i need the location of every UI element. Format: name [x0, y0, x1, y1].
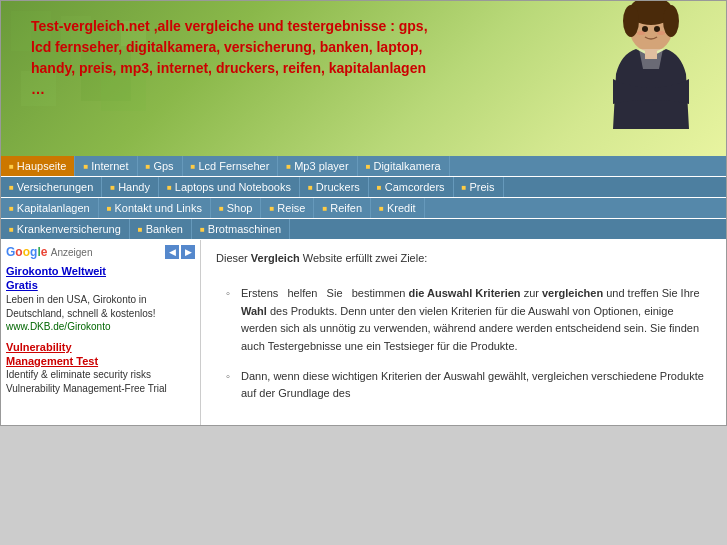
nav-shop[interactable]: ■ Shop: [211, 198, 262, 218]
nav-bullet-20: ■: [138, 225, 143, 234]
nav-bullet-16: ■: [269, 204, 274, 213]
nav-bullet-15: ■: [219, 204, 224, 213]
nav-bullet-13: ■: [9, 204, 14, 213]
sidebar: Google Anzeigen ◀ ▶ Girokonto WeltweitGr…: [1, 240, 201, 425]
header-banner: Test-vergleich.net ,alle vergleiche und …: [1, 1, 726, 156]
bullet-item-1: Erstens helfen Sie bestimmen die Auswahl…: [226, 285, 711, 355]
ad-2-desc: Identify & eliminate security risks Vuln…: [6, 368, 195, 396]
bullet-item-2: Dann, wenn diese wichtigen Kriterien der…: [226, 368, 711, 403]
nav-camcorders[interactable]: ■ Camcorders: [369, 177, 454, 197]
nav-bullet-21: ■: [200, 225, 205, 234]
page-wrapper: Test-vergleich.net ,alle vergleiche und …: [0, 0, 727, 426]
nav-laptops[interactable]: ■ Laptops und Notebooks: [159, 177, 300, 197]
nav-haupseite[interactable]: ■ Haupseite: [1, 156, 75, 176]
nav-bullet-11: ■: [377, 183, 382, 192]
nav-bullet-1: ■: [9, 162, 14, 171]
nav-kontakt[interactable]: ■ Kontakt und Links: [99, 198, 211, 218]
google-ads-header: Google Anzeigen ◀ ▶: [6, 245, 195, 259]
svg-point-12: [642, 26, 648, 32]
nav-mp3-player[interactable]: ■ Mp3 player: [278, 156, 357, 176]
ad-block-1: Girokonto WeltweitGratis Leben in den US…: [6, 264, 195, 332]
nav-bullet-3: ■: [146, 162, 151, 171]
nav-versicherungen[interactable]: ■ Versicherungen: [1, 177, 102, 197]
nav-bullet-17: ■: [322, 204, 327, 213]
nav-row-2: ■ Versicherungen ■ Handy ■ Laptops und N…: [1, 177, 726, 198]
ad-next-button[interactable]: ▶: [181, 245, 195, 259]
svg-point-14: [637, 31, 645, 35]
ad-1-title[interactable]: Girokonto WeltweitGratis: [6, 264, 195, 293]
header-text-block: Test-vergleich.net ,alle vergleiche und …: [31, 16, 431, 100]
nav-digitalkamera[interactable]: ■ Digitalkamera: [358, 156, 450, 176]
ad-prev-button[interactable]: ◀: [165, 245, 179, 259]
nav-brotmaschinen[interactable]: ■ Brotmaschinen: [192, 219, 290, 239]
nav-bullet-9: ■: [167, 183, 172, 192]
svg-point-13: [654, 26, 660, 32]
nav-bullet-12: ■: [462, 183, 467, 192]
nav-druckers[interactable]: ■ Druckers: [300, 177, 369, 197]
main-content: Dieser Vergleich Website erfüllt zwei Zi…: [201, 240, 726, 425]
nav-bullet-18: ■: [379, 204, 384, 213]
main-bullet-list: Erstens helfen Sie bestimmen die Auswahl…: [216, 285, 711, 403]
svg-point-10: [663, 5, 679, 37]
nav-bullet-5: ■: [286, 162, 291, 171]
main-intro: Dieser Vergleich Website erfüllt zwei Zi…: [216, 250, 711, 268]
svg-point-15: [657, 31, 665, 35]
nav-bullet-10: ■: [308, 183, 313, 192]
nav-preis[interactable]: ■ Preis: [454, 177, 504, 197]
nav-bullet-7: ■: [9, 183, 14, 192]
nav-reise[interactable]: ■ Reise: [261, 198, 314, 218]
nav-bullet-2: ■: [83, 162, 88, 171]
nav-krankenversicherung[interactable]: ■ Krankenversicherung: [1, 219, 130, 239]
nav-bullet-8: ■: [110, 183, 115, 192]
nav-bullet-14: ■: [107, 204, 112, 213]
nav-bullet-19: ■: [9, 225, 14, 234]
nav-internet[interactable]: ■ Internet: [75, 156, 137, 176]
nav-handy[interactable]: ■ Handy: [102, 177, 159, 197]
nav-bullet-4: ■: [191, 162, 196, 171]
nav-kapitalanlagen[interactable]: ■ Kapitalanlagen: [1, 198, 99, 218]
ad-1-desc: Leben in den USA, Girokonto in Deutschla…: [6, 293, 195, 321]
google-logo: Google Anzeigen: [6, 245, 92, 259]
nav-reifen[interactable]: ■ Reifen: [314, 198, 371, 218]
ad-2-title[interactable]: VulnerabilityManagement Test: [6, 340, 195, 369]
ads-label: Anzeigen: [51, 247, 93, 258]
content-area: Google Anzeigen ◀ ▶ Girokonto WeltweitGr…: [1, 240, 726, 425]
nav-bullet-6: ■: [366, 162, 371, 171]
nav-lcd-fernseher[interactable]: ■ Lcd Fernseher: [183, 156, 279, 176]
site-tagline: Test-vergleich.net ,alle vergleiche und …: [31, 16, 431, 100]
nav-gps[interactable]: ■ Gps: [138, 156, 183, 176]
ad-block-2: VulnerabilityManagement Test Identify & …: [6, 340, 195, 397]
nav-row-1: ■ Haupseite ■ Internet ■ Gps ■ Lcd Ferns…: [1, 156, 726, 177]
header-person-image: [571, 1, 711, 156]
nav-row-3: ■ Kapitalanlagen ■ Kontakt und Links ■ S…: [1, 198, 726, 219]
ad-nav-arrows: ◀ ▶: [165, 245, 195, 259]
ad-1-url[interactable]: www.DKB.de/Girokonto: [6, 321, 195, 332]
svg-point-9: [623, 5, 639, 37]
nav-row-4: ■ Krankenversicherung ■ Banken ■ Brotmas…: [1, 219, 726, 240]
nav-banken[interactable]: ■ Banken: [130, 219, 192, 239]
person-svg: [571, 1, 711, 154]
nav-kredit[interactable]: ■ Kredit: [371, 198, 425, 218]
